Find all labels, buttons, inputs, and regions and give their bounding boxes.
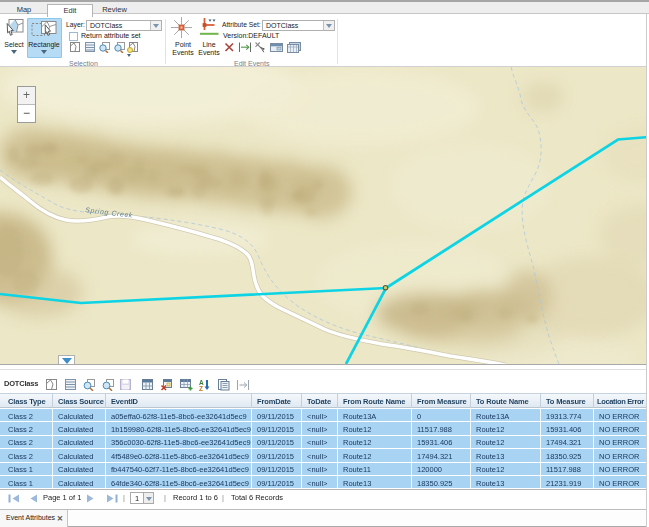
svg-text:Z: Z: [199, 385, 203, 392]
